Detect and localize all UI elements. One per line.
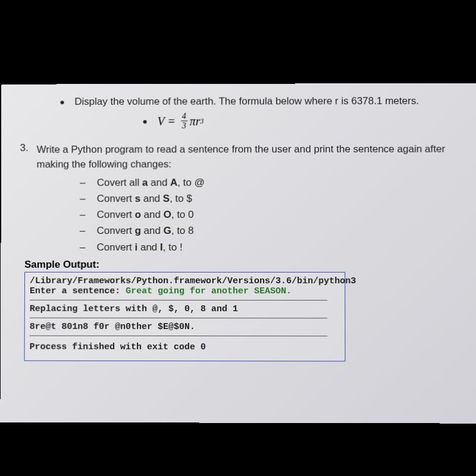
sample-output-label: Sample Output: <box>24 259 459 271</box>
bullet-text: Display the volume of the earth. The for… <box>74 95 419 108</box>
list-item: – Convert s and S, to $ <box>78 190 459 207</box>
dash-icon: – <box>78 174 87 190</box>
output-prompt: Enter a sentence: <box>30 286 126 296</box>
separator <box>30 317 328 318</box>
output-exit: Process finished with exit code 0 <box>30 342 340 352</box>
dash-icon: – <box>78 190 87 206</box>
question-number: 3. <box>13 142 37 154</box>
bullet-earth-volume: Display the volume of the earth. The for… <box>13 95 458 108</box>
bullet-icon <box>143 120 147 124</box>
list-text: Convert o and O, to 0 <box>97 206 194 223</box>
list-item: – Convert i and I, to ! <box>78 239 459 255</box>
output-replacing: Replacing letters with @, $, 0, 8 and 1 <box>30 304 340 314</box>
separator <box>30 335 328 336</box>
dash-icon: – <box>78 239 87 255</box>
output-user-input: Great going for another SEASON. <box>126 286 292 296</box>
sample-output-box: /Library/Frameworks/Python.framework/Ver… <box>24 272 346 362</box>
formula-exp: 3 <box>201 117 204 126</box>
dash-icon: – <box>78 223 87 239</box>
list-text: Convert g and G, to 8 <box>97 223 194 239</box>
question-3: 3. Write a Python program to read a sent… <box>13 142 459 173</box>
document-page: Display the volume of the earth. The for… <box>0 83 476 424</box>
formula-row: V = 4 3 π r 3 <box>143 112 459 131</box>
bullet-icon <box>61 101 64 104</box>
list-item: – Convert g and G, to 8 <box>78 223 459 239</box>
list-item: – Covert all a and A, to @ <box>78 174 459 191</box>
list-text: Convert i and I, to ! <box>97 239 183 255</box>
frac-den: 3 <box>181 121 187 131</box>
formula-lhs: V <box>157 115 164 129</box>
question-text: Write a Python program to read a sentenc… <box>36 142 458 173</box>
frac-num: 4 <box>181 112 187 121</box>
changes-list: – Covert all a and A, to @ – Convert s a… <box>78 174 459 255</box>
list-item: – Convert o and O, to 0 <box>78 206 459 223</box>
dash-icon: – <box>78 206 87 223</box>
separator <box>30 300 328 300</box>
output-prompt-line: Enter a sentence: Great going for anothe… <box>30 286 340 296</box>
output-path: /Library/Frameworks/Python.framework/Ver… <box>30 276 340 286</box>
formula-pi: π <box>190 115 196 129</box>
list-text: Convert s and S, to $ <box>97 190 192 206</box>
list-text: Covert all a and A, to @ <box>97 174 205 190</box>
output-result: 8re@t 801n8 f0r @n0ther $E@$0N. <box>30 321 340 332</box>
formula-eq: = <box>168 115 175 129</box>
volume-formula: V = 4 3 π r 3 <box>157 112 203 131</box>
formula-fraction: 4 3 <box>181 112 187 131</box>
